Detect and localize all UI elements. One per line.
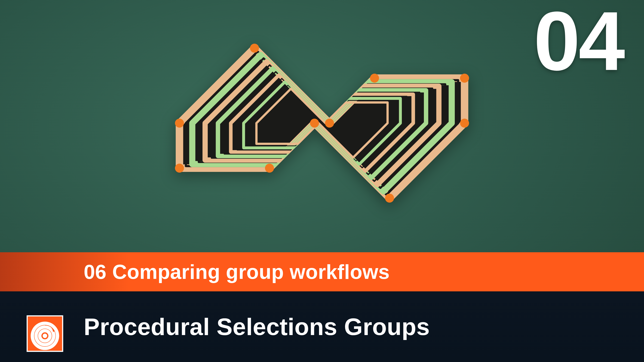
svg-point-8 — [265, 164, 274, 173]
thumbnail-stage: 04 06 Comparing group workflows Procedur… — [0, 0, 644, 362]
svg-point-5 — [460, 119, 469, 127]
title-bar: Procedural Selections Groups — [0, 291, 644, 362]
hero-artwork — [122, 18, 522, 228]
svg-point-4 — [460, 74, 469, 83]
subtitle-text: 06 Comparing group workflows — [84, 260, 390, 284]
svg-point-9 — [175, 164, 184, 173]
houdini-logo-icon — [26, 315, 64, 352]
episode-number: 04 — [534, 5, 624, 77]
svg-point-6 — [385, 194, 394, 203]
svg-point-11 — [43, 334, 47, 338]
svg-point-0 — [175, 119, 184, 127]
subtitle-bar: 06 Comparing group workflows — [0, 252, 644, 291]
svg-point-3 — [370, 74, 379, 83]
svg-point-7 — [310, 119, 319, 127]
svg-point-2 — [325, 119, 334, 127]
svg-point-1 — [250, 43, 259, 52]
course-title: Procedural Selections Groups — [84, 313, 430, 341]
